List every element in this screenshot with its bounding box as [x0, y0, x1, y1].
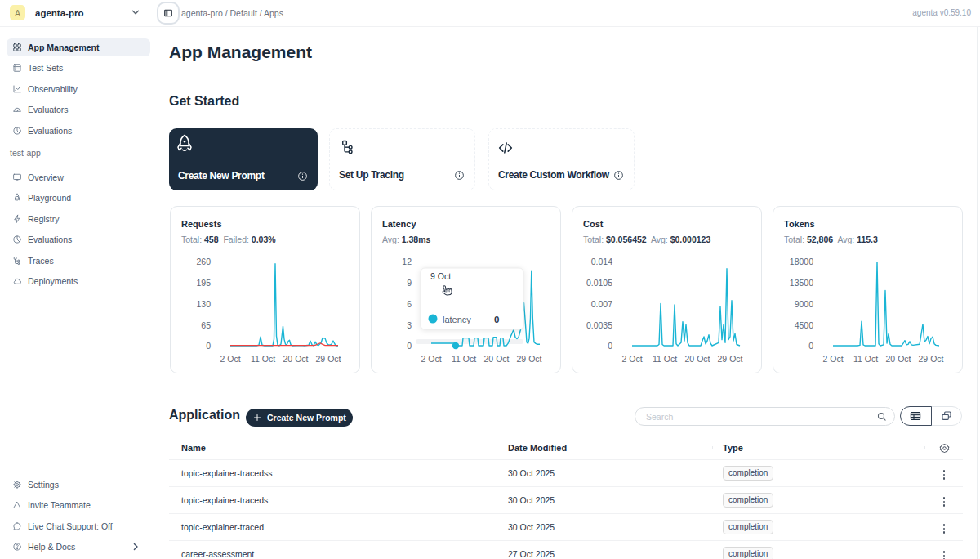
svg-text:6: 6 — [407, 299, 412, 309]
svg-text:11 Oct: 11 Oct — [452, 354, 476, 364]
svg-text:20 Oct: 20 Oct — [283, 354, 309, 364]
svg-text:29 Oct: 29 Oct — [718, 354, 743, 364]
svg-text:3: 3 — [407, 320, 412, 330]
svg-text:65: 65 — [201, 320, 211, 330]
svg-text:0.0035: 0.0035 — [586, 320, 612, 330]
svg-text:29 Oct: 29 Oct — [919, 354, 944, 364]
svg-text:latency: latency — [443, 315, 471, 324]
svg-text:0: 0 — [206, 341, 211, 351]
svg-text:20 Oct: 20 Oct — [685, 354, 710, 364]
svg-text:2 Oct: 2 Oct — [822, 354, 843, 364]
svg-text:11 Oct: 11 Oct — [251, 354, 275, 364]
svg-text:9000: 9000 — [795, 299, 814, 309]
svg-text:12: 12 — [402, 257, 412, 266]
svg-text:260: 260 — [196, 257, 211, 266]
svg-text:0: 0 — [808, 341, 813, 351]
svg-text:2 Oct: 2 Oct — [621, 354, 642, 364]
svg-text:4500: 4500 — [795, 320, 814, 330]
svg-text:0.007: 0.007 — [591, 299, 612, 309]
svg-text:29 Oct: 29 Oct — [517, 354, 542, 364]
svg-text:20 Oct: 20 Oct — [886, 354, 911, 364]
svg-text:2 Oct: 2 Oct — [421, 354, 441, 364]
svg-text:0: 0 — [407, 341, 412, 351]
svg-text:0.0105: 0.0105 — [586, 278, 612, 288]
svg-text:18000: 18000 — [790, 257, 813, 266]
svg-text:9 Oct: 9 Oct — [430, 271, 451, 281]
svg-text:20 Oct: 20 Oct — [484, 354, 510, 364]
svg-text:0.014: 0.014 — [591, 257, 612, 266]
svg-text:195: 195 — [196, 278, 211, 288]
svg-text:130: 130 — [196, 299, 211, 309]
svg-text:11 Oct: 11 Oct — [853, 354, 878, 364]
svg-text:0: 0 — [608, 341, 612, 351]
svg-text:9: 9 — [407, 278, 412, 288]
svg-text:11 Oct: 11 Oct — [653, 354, 677, 364]
svg-text:0: 0 — [494, 315, 499, 324]
svg-text:13500: 13500 — [790, 278, 813, 288]
svg-text:29 Oct: 29 Oct — [316, 354, 341, 364]
svg-text:2 Oct: 2 Oct — [220, 354, 240, 364]
